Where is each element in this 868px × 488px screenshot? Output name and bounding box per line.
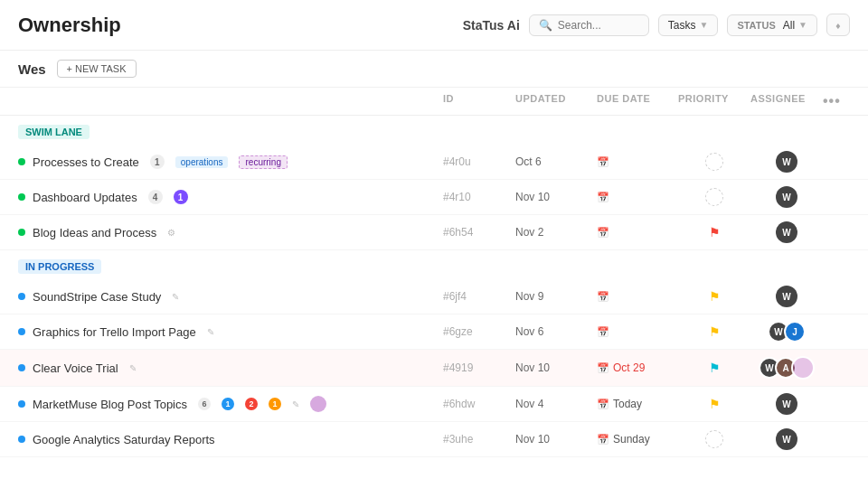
status-filter[interactable]: STATUS All ▼ xyxy=(727,14,817,36)
task-name-cell: Google Analytics Saturday Reports xyxy=(18,433,443,446)
task-updated: Nov 6 xyxy=(515,325,597,338)
task-due-date: 📅 xyxy=(597,291,678,303)
table-row: Clear Voice Trial ✎ #4919 Nov 10 📅 Oct 2… xyxy=(0,350,868,387)
task-due-date: 📅 xyxy=(597,156,678,168)
badge-purple: 1 xyxy=(174,190,188,204)
badge-count: 4 xyxy=(148,190,163,204)
filter-button[interactable]: ⬧ xyxy=(826,14,850,36)
edit-icon[interactable]: ✎ xyxy=(207,327,214,337)
search-bar[interactable]: 🔍 xyxy=(529,14,649,36)
user-name: Wes xyxy=(18,61,46,77)
table-row: Graphics for Trello Import Page ✎ #6gze … xyxy=(0,314,868,350)
task-updated: Nov 4 xyxy=(515,398,597,410)
calendar-icon: 📅 xyxy=(597,227,609,239)
calendar-icon: 📅 xyxy=(597,156,609,168)
priority-icon xyxy=(705,430,723,448)
task-name-cell: Clear Voice Trial ✎ xyxy=(18,361,443,375)
calendar-overdue-icon: 📅 xyxy=(597,362,609,374)
task-name[interactable]: Blog Ideas and Process xyxy=(33,226,156,239)
header: Ownership StaTus Ai 🔍 Tasks ▼ STATUS All… xyxy=(0,0,868,51)
task-due-date: 📅 xyxy=(597,227,678,239)
search-input[interactable] xyxy=(558,19,639,32)
calendar-icon: 📅 xyxy=(597,399,609,410)
more-options-icon[interactable]: ••• xyxy=(823,93,841,108)
col-more: ••• xyxy=(823,93,850,109)
task-id: #6h54 xyxy=(443,226,515,239)
flag-yellow-icon: ⚑ xyxy=(709,324,721,339)
priority-cell: ⚑ xyxy=(678,324,750,339)
table-row: Processes to Create 1 operations recurri… xyxy=(0,145,868,180)
assignee-cell: W xyxy=(750,393,823,415)
table-row: Blog Ideas and Process ⚙ #6h54 Nov 2 📅 ⚑… xyxy=(0,215,868,250)
flag-red-icon: ⚑ xyxy=(709,225,721,239)
avatar: W xyxy=(776,286,797,307)
priority-cell: ⚑ xyxy=(678,361,750,375)
task-name-cell: SoundStripe Case Study ✎ xyxy=(18,290,443,304)
calendar-icon: 📅 xyxy=(597,434,609,446)
task-due-date: 📅 xyxy=(597,326,678,338)
task-name[interactable]: Google Analytics Saturday Reports xyxy=(33,433,215,446)
task-updated: Oct 6 xyxy=(515,155,597,168)
task-name[interactable]: Processes to Create xyxy=(33,155,139,169)
assignee-cell: W xyxy=(750,186,823,208)
assignee-cell: W xyxy=(750,221,823,243)
task-id: #4r10 xyxy=(443,191,515,203)
task-name[interactable]: MarketMuse Blog Post Topics xyxy=(33,398,187,411)
status-dot xyxy=(18,229,25,236)
edit-icon[interactable]: ⚙ xyxy=(167,228,175,238)
table-row: Google Analytics Saturday Reports #3uhe … xyxy=(0,422,868,457)
task-id: #6gze xyxy=(443,325,515,338)
col-due-date: DUE DATE xyxy=(597,93,678,109)
section-swim-lane: SWIM LANE xyxy=(18,125,90,139)
calendar-icon: 📅 xyxy=(597,326,609,338)
section-in-progress: IN PROGRESS xyxy=(18,259,101,274)
status-dot xyxy=(18,400,25,408)
status-value: All xyxy=(783,19,795,32)
priority-cell xyxy=(678,430,750,448)
avatar-small xyxy=(310,396,326,412)
calendar-icon: 📅 xyxy=(597,192,609,203)
sub-header: Wes + NEW TASK xyxy=(0,51,868,88)
badge-red: 2 xyxy=(245,398,258,410)
task-name[interactable]: Clear Voice Trial xyxy=(33,361,118,375)
calendar-icon: 📅 xyxy=(597,291,609,303)
edit-icon[interactable]: ✎ xyxy=(129,363,137,373)
task-id: #4919 xyxy=(443,361,515,374)
task-id: #6hdw xyxy=(443,398,515,410)
badge-orange: 1 xyxy=(269,398,281,410)
assignee-cell: W xyxy=(750,428,823,450)
task-updated: Nov 10 xyxy=(515,361,597,374)
table-row: SoundStripe Case Study ✎ #6jf4 Nov 9 📅 ⚑… xyxy=(0,279,868,314)
avatar: W xyxy=(776,151,797,173)
priority-cell: ⚑ xyxy=(678,397,750,411)
priority-cell: ⚑ xyxy=(678,289,750,304)
task-name[interactable]: Dashboard Updates xyxy=(33,191,137,204)
badge-blue: 1 xyxy=(222,398,234,410)
edit-icon[interactable]: ✎ xyxy=(292,399,299,409)
tasks-dropdown[interactable]: Tasks ▼ xyxy=(658,14,719,36)
assignee-cell: W J xyxy=(750,321,823,343)
tag-recurring: recurring xyxy=(239,155,287,169)
task-due-date: 📅 Today xyxy=(597,398,678,410)
task-name-cell: Graphics for Trello Import Page ✎ xyxy=(18,325,443,339)
status-dot xyxy=(18,158,25,165)
tag-operations: operations xyxy=(175,156,229,168)
chevron-down-icon: ▼ xyxy=(699,20,708,30)
edit-icon[interactable]: ✎ xyxy=(172,292,179,302)
table-row: MarketMuse Blog Post Topics 6 1 2 1 ✎ #6… xyxy=(0,387,868,422)
avatar-purple-blob xyxy=(791,356,815,380)
task-name[interactable]: SoundStripe Case Study xyxy=(33,290,161,304)
avatar: J xyxy=(784,321,806,343)
avatar: W xyxy=(776,186,797,208)
task-id: #6jf4 xyxy=(443,290,515,303)
new-task-button[interactable]: + NEW TASK xyxy=(57,60,137,78)
due-date-overdue: Oct 29 xyxy=(613,361,645,374)
task-due-date: 📅 Sunday xyxy=(597,433,678,446)
task-name[interactable]: Graphics for Trello Import Page xyxy=(33,325,196,339)
badge-count: 1 xyxy=(150,155,165,169)
search-icon: 🔍 xyxy=(539,19,552,32)
task-id: #4r0u xyxy=(443,155,515,168)
col-assignee: ASSIGNEE xyxy=(750,93,823,109)
avatar-group: W A xyxy=(759,356,815,380)
status-label: STATUS xyxy=(737,20,775,31)
